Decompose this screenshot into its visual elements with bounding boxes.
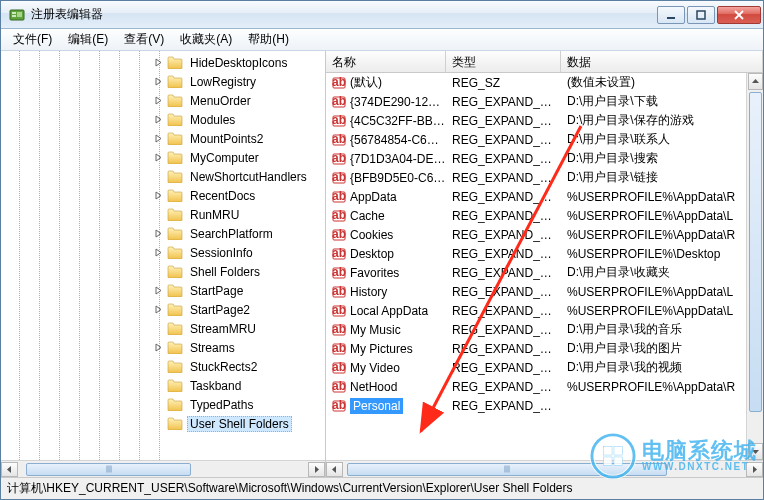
scroll-right-icon[interactable] <box>308 462 325 477</box>
tree-hscroll-thumb[interactable] <box>26 463 191 476</box>
menu-edit[interactable]: 编辑(E) <box>60 29 116 50</box>
expand-icon[interactable] <box>153 152 164 163</box>
list-vscrollbar[interactable] <box>746 73 763 460</box>
value-row[interactable]: abHistoryREG_EXPAND_SZ%USERPROFILE%\AppD… <box>326 282 746 301</box>
expand-icon[interactable] <box>153 76 164 87</box>
value-row[interactable]: abLocal AppDataREG_EXPAND_SZ%USERPROFILE… <box>326 301 746 320</box>
value-data: %USERPROFILE%\AppData\R <box>561 228 746 242</box>
value-row[interactable]: ab{374DE290-12…REG_EXPAND_SZD:\用户目录\下载 <box>326 92 746 111</box>
tree-item[interactable]: StartPage <box>1 281 325 300</box>
string-value-icon: ab <box>332 209 346 223</box>
menu-file[interactable]: 文件(F) <box>5 29 60 50</box>
value-row[interactable]: abFavoritesREG_EXPAND_SZD:\用户目录\收藏夹 <box>326 263 746 282</box>
expand-icon[interactable] <box>153 247 164 258</box>
value-row[interactable]: ab{56784854-C6…REG_EXPAND_SZD:\用户目录\联系人 <box>326 130 746 149</box>
value-row[interactable]: ab{4C5C32FF-BB…REG_EXPAND_SZD:\用户目录\保存的游… <box>326 111 746 130</box>
tree-pane: HideDesktopIconsLowRegistryMenuOrderModu… <box>1 51 326 477</box>
value-data: %USERPROFILE%\AppData\L <box>561 209 746 223</box>
col-name[interactable]: 名称 <box>326 51 446 72</box>
value-row[interactable]: abMy PicturesREG_EXPAND_SZD:\用户目录\我的图片 <box>326 339 746 358</box>
tree-item[interactable]: Streams <box>1 338 325 357</box>
expand-icon[interactable] <box>153 95 164 106</box>
tree-item-label: StartPage <box>187 283 246 299</box>
close-button[interactable] <box>717 6 761 24</box>
col-data[interactable]: 数据 <box>561 51 763 72</box>
tree-item[interactable]: MountPoints2 <box>1 129 325 148</box>
tree-hscrollbar[interactable] <box>1 460 325 477</box>
expand-icon[interactable] <box>153 190 164 201</box>
value-row[interactable]: ab(默认)REG_SZ(数值未设置) <box>326 73 746 92</box>
tree-item[interactable]: Modules <box>1 110 325 129</box>
tree-item-label: MenuOrder <box>187 93 254 109</box>
tree-item[interactable]: StartPage2 <box>1 300 325 319</box>
status-bar: 计算机\HKEY_CURRENT_USER\Software\Microsoft… <box>1 477 763 499</box>
tree-item[interactable]: SearchPlatform <box>1 224 325 243</box>
tree-item[interactable]: StuckRects2 <box>1 357 325 376</box>
list-hscroll-thumb[interactable] <box>347 463 667 476</box>
value-data: D:\用户目录\搜索 <box>561 150 746 167</box>
tree-item[interactable]: RecentDocs <box>1 186 325 205</box>
value-type: REG_EXPAND_SZ <box>446 152 561 166</box>
svg-text:ab: ab <box>332 209 346 222</box>
expand-icon[interactable] <box>153 342 164 353</box>
tree-item[interactable]: User Shell Folders <box>1 414 325 433</box>
string-value-icon: ab <box>332 285 346 299</box>
tree-item-label: SearchPlatform <box>187 226 276 242</box>
expand-icon[interactable] <box>153 304 164 315</box>
tree-item[interactable]: Shell Folders <box>1 262 325 281</box>
value-name: {4C5C32FF-BB… <box>350 114 445 128</box>
svg-text:ab: ab <box>332 380 346 393</box>
tree-item[interactable]: LowRegistry <box>1 72 325 91</box>
tree-item[interactable]: StreamMRU <box>1 319 325 338</box>
value-row[interactable]: abDesktopREG_EXPAND_SZ%USERPROFILE%\Desk… <box>326 244 746 263</box>
value-row[interactable]: abMy VideoREG_EXPAND_SZD:\用户目录\我的视频 <box>326 358 746 377</box>
scroll-left-icon[interactable] <box>326 462 343 477</box>
expand-icon[interactable] <box>153 114 164 125</box>
maximize-button[interactable] <box>687 6 715 24</box>
tree-item[interactable]: MenuOrder <box>1 91 325 110</box>
scroll-right-icon[interactable] <box>746 462 763 477</box>
scroll-down-icon[interactable] <box>748 443 763 460</box>
value-row[interactable]: abNetHoodREG_EXPAND_SZ%USERPROFILE%\AppD… <box>326 377 746 396</box>
col-type[interactable]: 类型 <box>446 51 561 72</box>
tree-item[interactable]: SessionInfo <box>1 243 325 262</box>
tree-item-label: SessionInfo <box>187 245 256 261</box>
tree-item[interactable]: MyComputer <box>1 148 325 167</box>
value-row[interactable]: abPersonalREG_EXPAND_SZ <box>326 396 746 415</box>
tree-item[interactable]: RunMRU <box>1 205 325 224</box>
menu-favorites[interactable]: 收藏夹(A) <box>172 29 240 50</box>
menu-view[interactable]: 查看(V) <box>116 29 172 50</box>
expand-icon[interactable] <box>153 57 164 68</box>
tree-item[interactable]: NewShortcutHandlers <box>1 167 325 186</box>
value-data: %USERPROFILE%\AppData\L <box>561 285 746 299</box>
list-vscroll-thumb[interactable] <box>749 92 762 412</box>
value-row[interactable]: ab{7D1D3A04-DE…REG_EXPAND_SZD:\用户目录\搜索 <box>326 149 746 168</box>
list-hscrollbar[interactable] <box>326 460 763 477</box>
value-row[interactable]: abCookiesREG_EXPAND_SZ%USERPROFILE%\AppD… <box>326 225 746 244</box>
value-data: %USERPROFILE%\AppData\R <box>561 190 746 204</box>
value-row[interactable]: abAppDataREG_EXPAND_SZ%USERPROFILE%\AppD… <box>326 187 746 206</box>
scroll-left-icon[interactable] <box>1 462 18 477</box>
value-name: Desktop <box>350 247 394 261</box>
value-row[interactable]: abMy MusicREG_EXPAND_SZD:\用户目录\我的音乐 <box>326 320 746 339</box>
tree-item[interactable]: TypedPaths <box>1 395 325 414</box>
tree-item-label: HideDesktopIcons <box>187 55 290 71</box>
value-row[interactable]: abCacheREG_EXPAND_SZ%USERPROFILE%\AppDat… <box>326 206 746 225</box>
svg-text:ab: ab <box>332 266 346 279</box>
value-data: D:\用户目录\链接 <box>561 169 746 186</box>
expand-icon[interactable] <box>153 228 164 239</box>
scroll-up-icon[interactable] <box>748 73 763 90</box>
value-type: REG_EXPAND_SZ <box>446 133 561 147</box>
menu-help[interactable]: 帮助(H) <box>240 29 297 50</box>
tree-item-label: RecentDocs <box>187 188 258 204</box>
value-name: {7D1D3A04-DE… <box>350 152 445 166</box>
expand-icon[interactable] <box>153 285 164 296</box>
tree-item[interactable]: Taskband <box>1 376 325 395</box>
expand-icon[interactable] <box>153 133 164 144</box>
tree-item-label: TypedPaths <box>187 397 256 413</box>
minimize-button[interactable] <box>657 6 685 24</box>
value-row[interactable]: ab{BFB9D5E0-C6…REG_EXPAND_SZD:\用户目录\链接 <box>326 168 746 187</box>
list-header: 名称 类型 数据 <box>326 51 763 73</box>
svg-text:ab: ab <box>332 342 346 355</box>
tree-item[interactable]: HideDesktopIcons <box>1 53 325 72</box>
